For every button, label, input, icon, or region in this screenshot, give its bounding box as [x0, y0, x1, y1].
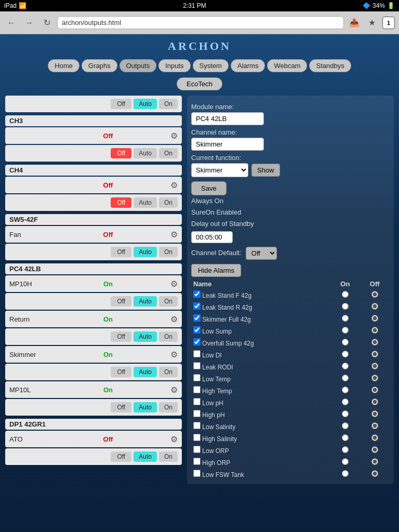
nav-alarms[interactable]: Alarms	[231, 59, 265, 72]
alarm-off-radio[interactable]	[371, 446, 378, 453]
alarm-on-radio[interactable]	[342, 470, 349, 477]
alarm-off-radio[interactable]	[371, 291, 378, 298]
alarm-on-radio[interactable]	[342, 339, 349, 345]
tab-count[interactable]: 1	[382, 17, 395, 29]
ch3-off-btn[interactable]: Off	[111, 148, 131, 158]
alarm-on-radio[interactable]	[342, 327, 349, 334]
alarm-checkbox[interactable]	[193, 350, 201, 357]
save-button[interactable]: Save	[191, 181, 227, 195]
alarm-off-radio[interactable]	[371, 422, 378, 429]
mp10h-off-btn[interactable]: Off	[111, 296, 131, 307]
function-select[interactable]: Skimmer Return MP10H MP10L Fan ATO	[191, 163, 248, 177]
fan-auto-btn[interactable]: Auto	[134, 247, 157, 257]
alarm-on-radio[interactable]	[342, 398, 349, 405]
alarm-checkbox[interactable]	[193, 446, 201, 453]
hide-alarms-button[interactable]: Hide Alarms	[191, 264, 241, 277]
ch3-on-btn[interactable]: On	[159, 148, 178, 158]
mp10h-gear-icon[interactable]: ⚙	[170, 279, 178, 289]
url-input[interactable]	[57, 16, 344, 29]
nav-standbys[interactable]: Standbys	[309, 59, 351, 72]
mp10l-off-btn[interactable]: Off	[111, 402, 131, 413]
mp10h-on-btn[interactable]: On	[159, 296, 178, 307]
nav-outputs[interactable]: Outputs	[119, 59, 157, 72]
skimmer-gear-icon[interactable]: ⚙	[170, 350, 178, 360]
return-on-btn[interactable]: On	[159, 331, 178, 342]
nav-webcam[interactable]: Webcam	[267, 59, 307, 72]
top-auto-btn[interactable]: Auto	[134, 99, 157, 109]
alarm-checkbox[interactable]	[193, 290, 201, 298]
top-off-btn[interactable]: Off	[111, 99, 131, 109]
return-gear-icon[interactable]: ⚙	[170, 314, 178, 324]
nav-inputs[interactable]: Inputs	[158, 59, 190, 72]
return-off-btn[interactable]: Off	[111, 331, 131, 342]
ato-off-btn[interactable]: Off	[111, 451, 131, 462]
nav-graphs[interactable]: Graphs	[82, 59, 117, 72]
channel-default-select[interactable]: Off On	[246, 247, 277, 260]
nav-system[interactable]: System	[193, 59, 229, 72]
alarm-checkbox[interactable]	[193, 410, 201, 417]
alarm-checkbox[interactable]	[193, 386, 201, 393]
alarm-off-radio[interactable]	[371, 387, 378, 393]
ch4-auto-btn[interactable]: Auto	[134, 197, 157, 208]
alarm-on-radio[interactable]	[342, 375, 349, 381]
share-button[interactable]: 📤	[347, 16, 362, 30]
fan-on-btn[interactable]: On	[159, 247, 178, 257]
forward-button[interactable]: →	[22, 16, 36, 30]
alarm-off-radio[interactable]	[371, 470, 378, 477]
mp10l-on-btn[interactable]: On	[159, 402, 178, 413]
alarm-off-radio[interactable]	[371, 375, 378, 381]
alarm-on-radio[interactable]	[342, 303, 349, 310]
alarm-checkbox[interactable]	[193, 338, 201, 345]
alarm-checkbox[interactable]	[193, 434, 201, 441]
top-on-btn[interactable]: On	[159, 99, 178, 109]
ch4-on-btn[interactable]: On	[159, 197, 178, 208]
skimmer-auto-btn[interactable]: Auto	[134, 367, 157, 377]
alarm-checkbox[interactable]	[193, 374, 201, 381]
ch4-off-btn[interactable]: Off	[111, 197, 131, 208]
ato-gear-icon[interactable]: ⚙	[170, 434, 178, 444]
alarm-on-radio[interactable]	[342, 363, 349, 369]
skimmer-off-btn[interactable]: Off	[111, 367, 131, 377]
alarm-checkbox[interactable]	[193, 362, 201, 369]
alarm-off-radio[interactable]	[371, 315, 378, 322]
mp10h-auto-btn[interactable]: Auto	[134, 296, 157, 307]
alarm-off-radio[interactable]	[371, 434, 378, 441]
ch3-auto-btn[interactable]: Auto	[134, 148, 157, 158]
fan-gear-icon[interactable]: ⚙	[170, 230, 178, 240]
show-button[interactable]: Show	[251, 164, 280, 177]
reload-button[interactable]: ↻	[39, 16, 54, 30]
alarm-off-radio[interactable]	[371, 303, 378, 310]
alarm-off-radio[interactable]	[371, 351, 378, 357]
ch3-gear-icon[interactable]: ⚙	[170, 131, 178, 141]
alarm-checkbox[interactable]	[193, 458, 201, 465]
alarm-on-radio[interactable]	[342, 387, 349, 393]
alarm-on-radio[interactable]	[342, 422, 349, 429]
fan-off-btn[interactable]: Off	[111, 247, 131, 257]
alarm-on-radio[interactable]	[342, 291, 349, 298]
back-button[interactable]: ←	[4, 16, 19, 30]
alarm-on-radio[interactable]	[342, 315, 349, 322]
alarm-on-radio[interactable]	[342, 458, 349, 465]
mp10l-gear-icon[interactable]: ⚙	[170, 385, 178, 395]
alarm-on-radio[interactable]	[342, 410, 349, 417]
alarm-checkbox[interactable]	[193, 302, 201, 310]
alarm-off-radio[interactable]	[371, 327, 378, 334]
alarm-on-radio[interactable]	[342, 446, 349, 453]
alarm-off-radio[interactable]	[371, 410, 378, 417]
alarm-on-radio[interactable]	[342, 434, 349, 441]
alarm-checkbox[interactable]	[193, 326, 201, 334]
alarm-on-radio[interactable]	[342, 351, 349, 357]
ecotech-button[interactable]: EcoTech	[177, 77, 222, 90]
mp10l-auto-btn[interactable]: Auto	[134, 402, 157, 413]
ato-on-btn[interactable]: On	[159, 451, 178, 462]
ch4-gear-icon[interactable]: ⚙	[170, 180, 178, 190]
skimmer-on-btn[interactable]: On	[159, 367, 178, 377]
alarm-off-radio[interactable]	[371, 398, 378, 405]
alarm-off-radio[interactable]	[371, 458, 378, 465]
bookmark-button[interactable]: ★	[365, 16, 379, 30]
alarm-checkbox[interactable]	[193, 470, 201, 477]
alarm-checkbox[interactable]	[193, 422, 201, 429]
alarm-checkbox[interactable]	[193, 314, 201, 322]
delay-time-input[interactable]	[191, 231, 233, 243]
nav-home[interactable]: Home	[48, 59, 79, 72]
